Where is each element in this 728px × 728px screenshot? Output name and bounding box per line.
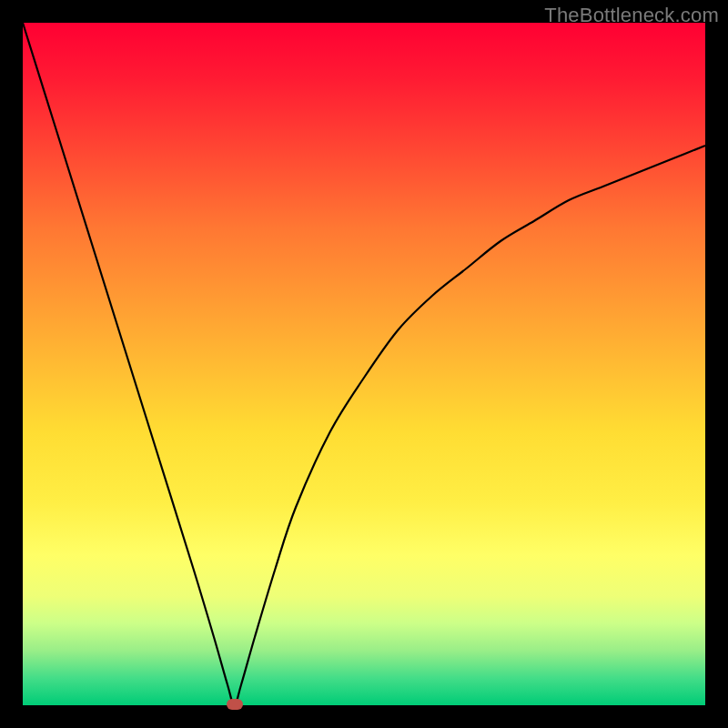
- optimal-point-marker: [227, 699, 243, 710]
- watermark-text: TheBottleneck.com: [544, 4, 719, 27]
- bottleneck-curve: [23, 23, 705, 705]
- chart-frame: TheBottleneck.com: [0, 0, 728, 728]
